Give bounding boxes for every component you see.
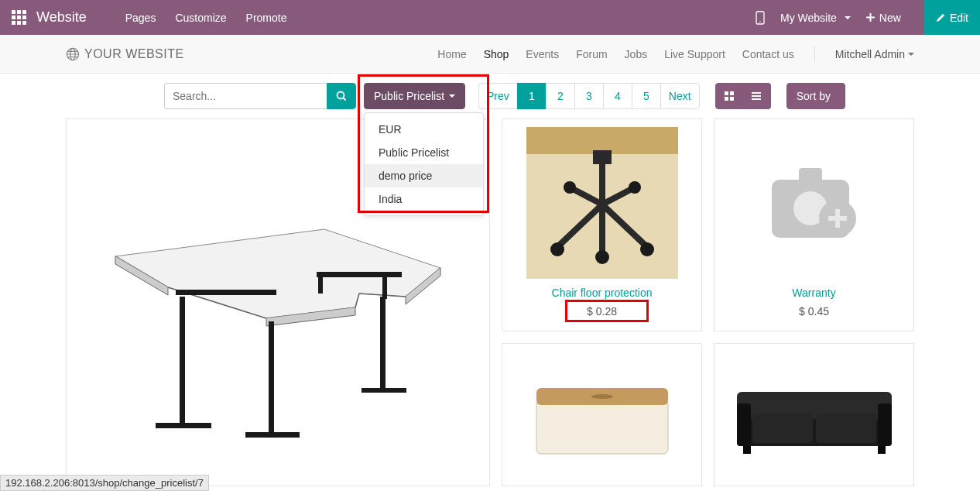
svg-rect-10 xyxy=(752,95,761,97)
product-card-warranty[interactable]: Warranty $ 0.45 xyxy=(714,118,914,331)
product-image xyxy=(526,127,678,279)
pricelist-option-demo[interactable]: demo price xyxy=(365,164,483,187)
page-1[interactable]: 1 xyxy=(517,83,547,109)
svg-rect-11 xyxy=(752,98,761,100)
pricelist-dropdown-menu: EUR Public Pricelist demo price India xyxy=(364,112,484,216)
product-price: $ 0.28 xyxy=(587,305,617,318)
sofa-image xyxy=(729,369,899,462)
pricelist-option-india[interactable]: India xyxy=(365,187,483,211)
pricelist-dropdown-button[interactable]: Public Pricelist xyxy=(364,83,465,109)
product-name: Warranty xyxy=(722,287,906,299)
svg-rect-13 xyxy=(156,423,211,428)
svg-rect-8 xyxy=(730,97,734,101)
view-toggle xyxy=(715,83,771,109)
grid-view-button[interactable] xyxy=(715,83,743,109)
user-menu[interactable]: Mitchell Admin xyxy=(835,48,914,60)
page-4[interactable]: 4 xyxy=(603,83,632,109)
grid-icon xyxy=(724,91,735,101)
nav-home[interactable]: Home xyxy=(437,48,466,60)
apps-icon[interactable] xyxy=(12,10,27,26)
svg-rect-42 xyxy=(816,414,876,443)
svg-point-24 xyxy=(550,242,564,256)
svg-rect-16 xyxy=(317,272,402,277)
svg-point-4 xyxy=(338,92,344,99)
pricelist-label: Public Pricelist xyxy=(374,90,444,102)
svg-rect-7 xyxy=(725,97,728,101)
svg-rect-31 xyxy=(799,168,822,184)
search-input[interactable] xyxy=(164,83,327,109)
new-button[interactable]: New xyxy=(866,12,901,24)
product-card-sofa[interactable] xyxy=(714,343,914,486)
caret-down-icon xyxy=(845,16,851,19)
svg-rect-19 xyxy=(269,321,274,434)
svg-rect-18 xyxy=(318,272,323,294)
page-2[interactable]: 2 xyxy=(546,83,575,109)
sort-label: Sort by xyxy=(797,90,831,102)
svg-rect-6 xyxy=(730,91,734,95)
app-brand[interactable]: Website xyxy=(36,9,87,26)
svg-point-1 xyxy=(759,21,761,22)
pricelist-option-public[interactable]: Public Pricelist xyxy=(365,141,483,164)
product-price: $ 0.45 xyxy=(799,305,829,318)
page-5[interactable]: 5 xyxy=(632,83,661,109)
page-prev[interactable]: Prev xyxy=(478,83,518,109)
pricelist-option-eur[interactable]: EUR xyxy=(365,118,483,141)
edit-button[interactable]: Edit xyxy=(924,0,980,35)
product-card-box[interactable] xyxy=(502,343,702,486)
search-button[interactable] xyxy=(327,83,356,109)
nav-shop[interactable]: Shop xyxy=(484,48,509,60)
caret-down-icon xyxy=(449,94,455,98)
nav-jobs[interactable]: Jobs xyxy=(625,48,648,60)
svg-rect-41 xyxy=(752,414,813,443)
menu-pages[interactable]: Pages xyxy=(125,12,156,24)
page-next[interactable]: Next xyxy=(660,83,700,109)
nav-contact[interactable]: Contact us xyxy=(742,48,794,60)
svg-rect-29 xyxy=(593,150,612,164)
svg-rect-23 xyxy=(526,127,678,154)
globe-icon xyxy=(66,47,80,61)
highlight-box-price xyxy=(565,300,649,322)
search-group xyxy=(164,83,356,109)
nav-forum[interactable]: Forum xyxy=(576,48,607,60)
my-website-dropdown[interactable]: My Website xyxy=(780,12,851,24)
svg-rect-44 xyxy=(878,446,886,454)
svg-rect-40 xyxy=(878,403,892,446)
site-logo[interactable]: YOUR WEBSITE xyxy=(66,47,184,61)
product-image-placeholder xyxy=(738,127,890,279)
status-bar: 192.168.2.206:8013/shop/change_pricelist… xyxy=(0,475,209,491)
search-icon xyxy=(336,91,347,101)
product-name: Chair floor protection xyxy=(510,287,694,299)
pagination: Prev 1 2 3 4 5 Next xyxy=(479,83,700,109)
page-3[interactable]: 3 xyxy=(574,83,604,109)
menu-promote[interactable]: Promote xyxy=(246,12,287,24)
list-icon xyxy=(751,91,762,101)
nav-divider xyxy=(814,46,815,62)
svg-rect-12 xyxy=(180,297,185,424)
mobile-preview-icon[interactable] xyxy=(756,11,765,25)
menu-customize[interactable]: Customize xyxy=(175,12,226,24)
svg-rect-34 xyxy=(536,400,668,454)
nav-events[interactable]: Events xyxy=(526,48,559,60)
svg-rect-5 xyxy=(725,91,728,95)
edit-label: Edit xyxy=(950,12,968,24)
svg-rect-39 xyxy=(737,403,751,446)
box-image xyxy=(521,365,684,465)
svg-point-26 xyxy=(595,250,609,264)
list-view-button[interactable] xyxy=(743,83,771,109)
topbar-menu: Pages Customize Promote xyxy=(125,12,287,24)
svg-rect-9 xyxy=(752,92,761,94)
svg-point-25 xyxy=(640,242,654,256)
svg-rect-43 xyxy=(743,446,751,454)
svg-rect-21 xyxy=(176,290,276,295)
user-name: Mitchell Admin xyxy=(835,48,905,60)
caret-down-icon xyxy=(908,53,914,56)
sort-dropdown-button[interactable]: Sort by xyxy=(786,83,845,109)
svg-rect-15 xyxy=(362,388,406,393)
site-logo-text: YOUR WEBSITE xyxy=(84,47,184,61)
new-label: New xyxy=(879,12,901,24)
my-website-label: My Website xyxy=(780,12,837,24)
nav-live-support[interactable]: Live Support xyxy=(664,48,725,60)
svg-point-36 xyxy=(591,394,613,399)
svg-point-27 xyxy=(564,181,576,194)
product-card-chair-protection[interactable]: Chair floor protection $ 0.28 xyxy=(502,118,702,331)
